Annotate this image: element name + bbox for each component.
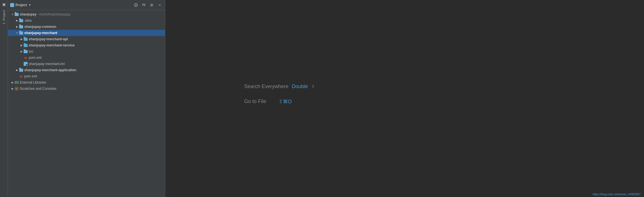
svg-rect-11 (15, 81, 18, 84)
tree-item-shanjupay-merchant-application[interactable]: ▶ shanjupay-merchant-application (8, 67, 165, 73)
label-shanjupay-merchant: shanjupay-merchant (24, 31, 57, 35)
arrow-shanjupay-merchant-api: ▶ (19, 37, 24, 41)
settings-button[interactable] (149, 3, 155, 8)
locate-button[interactable] (133, 3, 139, 8)
folder-icon-shanjupay-merchant-application (19, 69, 23, 72)
maven-icon-pom-xml-2: m (19, 74, 23, 78)
label-merchant-iml: shanjupay-merchant.iml (29, 62, 65, 66)
folder-icon-shanjupay-common (19, 25, 23, 28)
label-shanjupay-merchant-service: shanjupay-merchant-service (29, 43, 75, 47)
label-scratches: Scratches and Consoles (20, 87, 56, 91)
tree-item-shanjupay-merchant-service[interactable]: ▶ shanjupay-merchant-service (8, 42, 165, 48)
panel-folder-icon (10, 3, 14, 7)
main-area: Search Everywhere Double ⇧ Go to File ⇧⌘… (165, 0, 644, 197)
label-src: src (29, 50, 33, 53)
tree-item-shanjupay-common[interactable]: ▶ shanjupay-common (8, 24, 165, 30)
project-panel: Project ▼ (8, 0, 165, 197)
iml-icon-merchant (24, 62, 28, 66)
tree-item-shanjupay-merchant[interactable]: ▾ shanjupay-merchant (8, 30, 165, 36)
label-pom-xml-2: pom.xml (24, 74, 37, 78)
arrow-shanjupay-common: ▶ (15, 24, 19, 29)
arrow-shanjupay-root: ▾ (10, 12, 15, 17)
scratch-icon (15, 87, 19, 91)
tree-item-merchant-iml[interactable]: shanjupay-merchant.iml (8, 61, 165, 67)
label-idea: .idea (24, 19, 32, 23)
folder-icon-idea (19, 19, 23, 22)
label-pom-xml-1: pom.xml (29, 56, 41, 60)
panel-header: Project ▼ (8, 0, 165, 10)
svg-point-15 (16, 88, 17, 89)
go-to-file-label: Go to File (244, 98, 266, 104)
folder-icon-shanjupay-merchant-api (24, 38, 28, 41)
search-everywhere-key: Double (292, 84, 308, 89)
file-tree: ▾ shanjupay ~/work/tmp/shanjupay ▶ .idea… (8, 10, 165, 197)
search-everywhere-row: Search Everywhere Double ⇧ (244, 84, 315, 89)
minimize-button[interactable] (156, 3, 163, 8)
arrow-pom-xml-2 (15, 74, 19, 79)
search-everywhere-symbol: ⇧ (311, 84, 315, 89)
chevron-down-icon: ▼ (28, 3, 31, 6)
label-shanjupay-root: shanjupay ~/work/tmp/shanjupay (20, 12, 70, 16)
label-external-libraries: External Libraries (20, 80, 46, 84)
tree-item-idea[interactable]: ▶ .idea (8, 17, 165, 24)
folder-icon-shanjupay-root (15, 13, 19, 16)
arrow-pom-xml-1 (19, 55, 24, 60)
tree-item-pom-xml-1[interactable]: m pom.xml (8, 55, 165, 61)
tree-item-external-libraries[interactable]: ▶ External Libraries (8, 79, 165, 86)
status-bar-url: https://blog.csdn.net/weixin_44950987 (589, 192, 644, 197)
arrow-shanjupay-merchant: ▾ (15, 31, 19, 35)
label-shanjupay-merchant-api: shanjupay-merchant-api (29, 37, 68, 41)
project-tab-icon: ▣ (2, 2, 6, 6)
label-shanjupay-common: shanjupay-common (24, 25, 56, 29)
label-shanjupay-merchant-application: shanjupay-merchant-application (24, 68, 76, 72)
maven-icon-pom-xml-1: m (24, 56, 28, 60)
url-text: https://blog.csdn.net/weixin_44950987 (593, 193, 641, 196)
arrow-merchant-iml (19, 62, 24, 66)
search-everywhere-label: Search Everywhere (244, 84, 288, 89)
go-to-file-key: ⇧⌘O (279, 98, 292, 105)
tree-item-shanjupay-root[interactable]: ▾ shanjupay ~/work/tmp/shanjupay (8, 11, 165, 17)
collapse-all-button[interactable] (141, 3, 147, 8)
tree-item-shanjupay-merchant-api[interactable]: ▶ shanjupay-merchant-api (8, 36, 165, 42)
ext-lib-icon (15, 80, 19, 84)
arrow-shanjupay-merchant-application: ▶ (15, 68, 19, 72)
sidebar-tab-label[interactable]: 1: Project (2, 10, 6, 24)
svg-point-5 (136, 5, 136, 5)
arrow-idea: ▶ (15, 18, 19, 23)
folder-icon-shanjupay-merchant (19, 32, 23, 35)
arrow-external-libraries: ▶ (10, 80, 15, 85)
sidebar-tab[interactable]: ▣ 1: Project (0, 0, 8, 197)
folder-icon-shanjupay-merchant-service (24, 44, 28, 47)
go-to-file-row: Go to File ⇧⌘O (244, 98, 292, 105)
tree-item-src[interactable]: ▶ src (8, 48, 165, 55)
svg-point-9 (151, 5, 152, 6)
tree-item-scratches[interactable]: ▶ Scratches and Consoles (8, 86, 165, 92)
folder-icon-src (24, 50, 28, 53)
arrow-shanjupay-merchant-service: ▶ (19, 43, 24, 48)
arrow-scratches: ▶ (10, 86, 15, 91)
panel-title-label: Project (16, 3, 27, 7)
arrow-src: ▶ (19, 49, 24, 54)
panel-title[interactable]: Project ▼ (10, 3, 31, 7)
tree-item-pom-xml-2[interactable]: m pom.xml (8, 73, 165, 79)
